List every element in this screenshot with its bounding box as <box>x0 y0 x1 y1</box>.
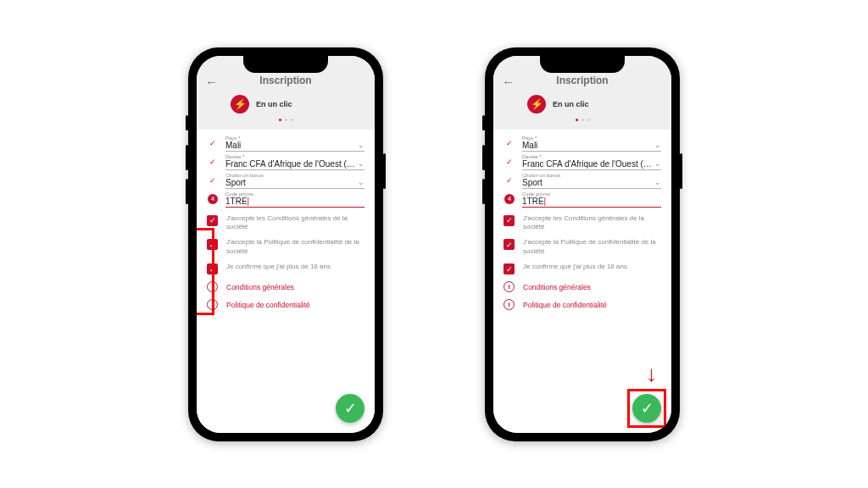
tab-one-click[interactable]: ⚡ En un clic <box>205 95 366 114</box>
app-header: ← Inscription ⚡ En un clic <box>493 71 671 130</box>
chevron-down-icon: ⌄ <box>358 178 364 186</box>
country-select[interactable]: Pays * Mali⌄ <box>225 135 364 152</box>
checkbox-terms[interactable]: ✓ <box>207 215 218 226</box>
checkbox-label: Je confirme que j'ai plus de 18 ans <box>226 263 331 271</box>
tab-label: En un clic <box>256 100 292 108</box>
app-header: ← Inscription ⚡ En un clic <box>197 71 375 130</box>
checkbox-terms[interactable]: ✓ <box>504 215 515 226</box>
checkbox-privacy[interactable]: ✓ <box>504 239 515 250</box>
check-icon: ✓ <box>504 158 515 166</box>
bolt-icon: ⚡ <box>527 95 546 114</box>
arrow-down-icon: ↓ <box>646 361 657 387</box>
field-value: Mali <box>225 141 241 150</box>
check-icon: ✓ <box>207 176 219 185</box>
bolt-icon: ⚡ <box>231 95 249 114</box>
page-title: Inscription <box>502 75 663 86</box>
check-icon: ✓ <box>504 176 515 185</box>
link-terms[interactable]: Conditions générales <box>226 283 294 291</box>
checkbox-label: J'accepte la Politique de confidentialit… <box>523 238 661 256</box>
check-icon: ✓ <box>207 158 219 166</box>
field-value: Sport <box>522 178 542 187</box>
check-icon: ✓ <box>207 139 219 147</box>
chevron-down-icon: ⌄ <box>654 178 661 186</box>
field-value: 1TRE <box>522 197 546 206</box>
checkbox-age[interactable]: ✓ <box>207 263 218 274</box>
chevron-down-icon: ⌄ <box>358 141 364 149</box>
chevron-down-icon: ⌄ <box>358 159 364 168</box>
field-value: Mali <box>522 141 537 150</box>
field-value: Sport <box>225 178 246 187</box>
field-value: 1TRE <box>225 197 249 206</box>
page-title: Inscription <box>205 75 366 86</box>
country-select[interactable]: Pays * Mali⌄ <box>522 135 661 152</box>
phone-notch <box>243 56 328 73</box>
info-icon: i <box>207 299 218 310</box>
check-icon: ✓ <box>504 139 515 147</box>
promo-code-input[interactable]: Code promo 1TRE <box>522 191 661 208</box>
info-icon: i <box>504 281 515 292</box>
chevron-down-icon: ⌄ <box>654 159 661 168</box>
submit-button[interactable]: ✓ <box>336 394 364 423</box>
phone-mockup-right: ← Inscription ⚡ En un clic ✓ Pays * Mali… <box>485 47 680 441</box>
field-value: Franc CFA d'Afrique de l'Ouest (… <box>225 159 355 169</box>
submit-button[interactable]: ✓ <box>632 394 661 423</box>
step-badge: 4 <box>208 194 218 204</box>
back-icon[interactable]: ← <box>502 75 515 89</box>
checkbox-label: J'accepte les Conditions générales de la… <box>226 214 364 232</box>
link-privacy[interactable]: Politique de confidentialité <box>523 301 607 309</box>
field-value: Franc CFA d'Afrique de l'Ouest (… <box>522 159 652 169</box>
currency-select[interactable]: Devise * Franc CFA d'Afrique de l'Ouest … <box>522 153 661 170</box>
check-icon: ✓ <box>641 399 654 418</box>
link-terms[interactable]: Conditions générales <box>523 283 591 291</box>
page-indicator <box>502 119 663 121</box>
phone-mockup-left: ← Inscription ⚡ En un clic ✓ Pays * Mali… <box>188 47 383 441</box>
checkbox-privacy[interactable]: ✓ <box>207 239 218 250</box>
promo-code-input[interactable]: Code promo 1TRE <box>225 191 364 208</box>
checkbox-label: J'accepte les Conditions générales de la… <box>523 214 661 232</box>
checkbox-label: J'accepte la Politique de confidentialit… <box>226 238 364 256</box>
phone-notch <box>540 56 625 73</box>
checkbox-label: Je confirme que j'ai plus de 18 ans <box>523 263 627 271</box>
link-privacy[interactable]: Politique de confidentialité <box>226 301 310 309</box>
currency-select[interactable]: Devise * Franc CFA d'Afrique de l'Ouest … <box>225 153 364 170</box>
bonus-select[interactable]: Choisir un bonus Sport⌄ <box>522 172 661 189</box>
info-icon: i <box>207 281 218 292</box>
tab-one-click[interactable]: ⚡ En un clic <box>502 95 663 114</box>
check-icon: ✓ <box>344 399 357 418</box>
step-badge: 4 <box>504 194 515 204</box>
info-icon: i <box>504 299 515 310</box>
tab-label: En un clic <box>553 100 589 108</box>
chevron-down-icon: ⌄ <box>654 141 661 149</box>
bonus-select[interactable]: Choisir un bonus Sport⌄ <box>225 172 364 189</box>
checkbox-age[interactable]: ✓ <box>504 263 515 274</box>
back-icon[interactable]: ← <box>205 75 218 89</box>
page-indicator <box>205 119 366 121</box>
